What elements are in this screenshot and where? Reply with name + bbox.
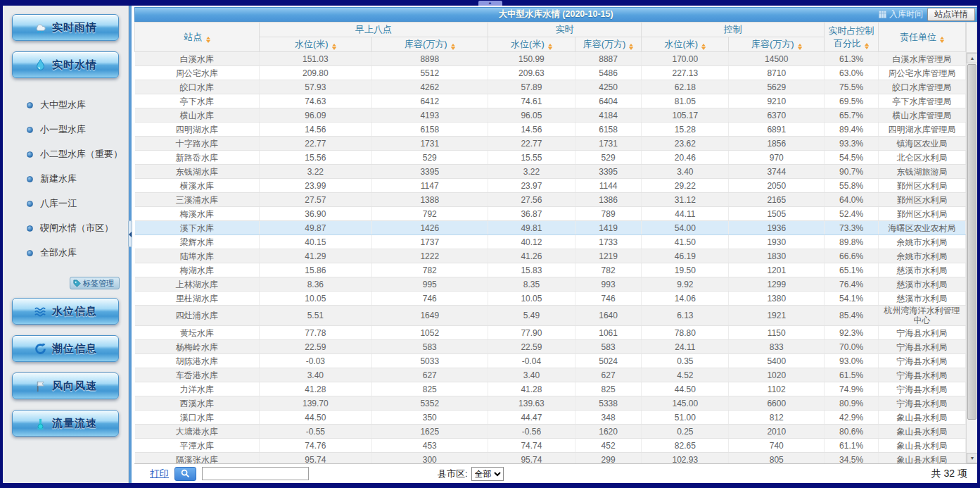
sub-header-label: 库容(万方) <box>583 39 626 49</box>
sidebar-item-八库一江[interactable]: 八库一江 <box>27 197 128 210</box>
sidebar-item-新建水库[interactable]: 新建水库 <box>27 173 128 185</box>
table-row[interactable]: 平潭水库74.7645374.7445282.6574061.1%象山县水利局 <box>135 439 966 453</box>
value-cell: 583 <box>371 340 488 354</box>
table-row[interactable]: 溪口水库44.5035044.4734851.0081242.9%象山县水利局 <box>135 411 966 425</box>
table-row[interactable]: 横溪水库23.99114723.97114429.22205055.8%鄞州区水… <box>135 179 966 193</box>
value-cell: 1201 <box>729 263 825 277</box>
table-row[interactable]: 溪下水库49.87142649.81141954.00193673.3%海曙区农… <box>135 221 966 235</box>
value-cell: 9.92 <box>642 277 729 292</box>
table-row[interactable]: 新路岙水库15.5652915.5552920.4697054.5%北仑区水利局 <box>135 151 966 165</box>
column-header-capacity[interactable]: 库容(万方) <box>729 37 825 52</box>
table-row[interactable]: 车岙港水库3.406273.406274.52102061.5%宁海县水利局 <box>135 368 966 382</box>
search-button[interactable] <box>174 467 196 481</box>
table-row[interactable]: 西溪水库139.705352139.635338145.00660080.9%宁… <box>135 396 966 411</box>
column-header-level[interactable]: 水位(米) <box>260 37 371 52</box>
table-row[interactable]: 白溪水库151.038898150.998887170.001450061.3%… <box>135 52 966 66</box>
panel-splitter[interactable] <box>129 6 132 483</box>
sidebar-button-潮位信息[interactable]: 潮位信息 <box>12 335 119 362</box>
unit-cell: 鄞州区水利局 <box>878 179 965 193</box>
unit-cell: 镇海区农业局 <box>878 137 965 151</box>
sidebar-item-小二型水库（重要）[interactable]: 小二型水库（重要） <box>27 148 128 161</box>
menu-item-label: 大中型水库 <box>40 99 86 111</box>
sidebar-item-全部水库[interactable]: 全部水库 <box>27 246 128 259</box>
table-row[interactable]: 四灶浦水库5.5116495.4916406.13192185.4%杭州湾海洋水… <box>135 306 966 326</box>
value-cell: 299 <box>575 453 641 464</box>
table-row[interactable]: 亭下水库74.63641274.61640481.05921069.5%亭下水库… <box>135 94 966 108</box>
table-row[interactable]: 胡陈港水库-0.035033-0.0450240.35540093.0%宁海县水… <box>135 354 966 368</box>
column-header-station[interactable]: 站点 <box>135 23 260 52</box>
value-cell: 49.81 <box>488 221 575 235</box>
value-cell: 805 <box>729 453 825 464</box>
table-row[interactable]: 皎口水库57.93426257.89425062.18562975.5%皎口水库… <box>135 80 966 94</box>
value-cell: 57.93 <box>260 80 371 94</box>
sidebar-item-小一型水库[interactable]: 小一型水库 <box>27 123 128 136</box>
splitter-collapse-handle[interactable] <box>128 220 132 247</box>
sidebar: 实时雨情实时水情 大中型水库小一型水库小二型水库（重要）新建水库八库一江碶闸水情… <box>3 6 129 483</box>
table-row[interactable]: 东钱湖水库3.2233953.2233953.40374490.7%东钱湖旅游局 <box>135 165 966 179</box>
region-filter: 县市区: 全部 <box>438 467 504 481</box>
percent-cell: 74.9% <box>825 382 879 396</box>
value-cell: 15.83 <box>488 263 575 277</box>
collapse-top-handle[interactable]: ▲ <box>478 1 502 6</box>
value-cell: 6412 <box>371 94 488 108</box>
vertical-scrollbar[interactable]: ▲ ▼ <box>966 53 977 463</box>
sidebar-button-水位信息[interactable]: 水位信息 <box>12 298 119 325</box>
percent-cell: 65.1% <box>825 263 879 277</box>
sidebar-item-碶闸水情（市区）[interactable]: 碶闸水情（市区） <box>27 222 128 234</box>
table-row[interactable]: 梅湖水库15.8678215.8378219.50120165.1%慈溪市水利局 <box>135 263 966 277</box>
column-header-unit[interactable]: 责任单位 <box>878 23 965 52</box>
sidebar-button-风向风速[interactable]: 风向风速 <box>12 373 119 399</box>
tide-icon <box>34 342 47 356</box>
column-header-percent[interactable]: 实时占控制百分比 <box>825 23 879 52</box>
table-row[interactable]: 大塘港水库-0.551625-0.5616200.25201080.6%象山县水… <box>135 425 966 439</box>
scroll-up-button[interactable]: ▲ <box>967 53 977 63</box>
unit-cell: 宁海县水利局 <box>878 354 965 368</box>
unit-cell: 余姚市水利局 <box>878 235 965 249</box>
station-detail-button[interactable]: 站点详情 <box>927 8 975 21</box>
scroll-down-button[interactable]: ▼ <box>967 453 977 463</box>
table-row[interactable]: 上林湖水库8.369958.359939.92129976.4%慈溪市水利局 <box>135 277 966 292</box>
search-input[interactable] <box>202 467 309 480</box>
value-cell: 782 <box>575 263 641 277</box>
print-link[interactable]: 打印 <box>150 468 169 480</box>
column-header-level[interactable]: 水位(米) <box>642 37 729 52</box>
station-name-cell: 平潭水库 <box>135 439 260 453</box>
value-cell: 9210 <box>729 94 825 108</box>
sidebar-button-实时雨情[interactable]: 实时雨情 <box>12 14 119 41</box>
value-cell: 1733 <box>575 235 641 249</box>
intime-toggle[interactable]: 入库时间 <box>879 8 923 20</box>
column-header-capacity[interactable]: 库容(万方) <box>575 37 641 52</box>
value-cell: 44.50 <box>260 411 371 425</box>
unit-cell: 宁海县水利局 <box>878 340 965 354</box>
table-row[interactable]: 梁辉水库40.15173740.12173341.50193089.8%余姚市水… <box>135 235 966 249</box>
column-header-level[interactable]: 水位(米) <box>488 37 575 52</box>
table-row[interactable]: 三溪浦水库27.57138827.56138631.12216564.0%鄞州区… <box>135 193 966 207</box>
value-cell: 3.40 <box>488 368 575 382</box>
value-cell: 151.03 <box>260 52 371 66</box>
percent-cell: 55.8% <box>825 179 879 193</box>
sidebar-button-实时水情[interactable]: 实时水情 <box>12 51 119 78</box>
sidebar-button-label: 流量流速 <box>52 417 97 430</box>
scrollbar-thumb[interactable] <box>967 64 976 420</box>
table-row[interactable]: 力洋水库41.2882541.2882544.50110274.9%宁海县水利局 <box>135 382 966 396</box>
unit-cell: 北仑区水利局 <box>878 151 965 165</box>
table-row[interactable]: 周公宅水库209.805512209.635486227.13871063.0%… <box>135 66 966 80</box>
unit-cell: 四明湖水库管理局 <box>878 123 965 137</box>
tag-manage-button[interactable]: 标签管理 <box>70 277 120 289</box>
table-row[interactable]: 杨梅岭水库22.5958322.5958324.1183370.0%宁海县水利局 <box>135 340 966 354</box>
table-row[interactable]: 里杜湖水库10.0574610.0574614.06138054.1%慈溪市水利… <box>135 292 966 306</box>
page-title: 大中型水库水情 (2020-10-15) <box>135 8 976 20</box>
sidebar-button-流量流速[interactable]: 流量流速 <box>12 410 119 437</box>
value-cell: -0.03 <box>260 354 371 368</box>
table-row[interactable]: 黄坛水库77.78105277.90106178.80115092.3%宁海县水… <box>135 326 966 340</box>
table-row[interactable]: 四明湖水库14.56615814.56615815.28689189.4%四明湖… <box>135 123 966 137</box>
column-header-capacity[interactable]: 库容(万方) <box>371 37 488 52</box>
table-row[interactable]: 隔溪张水库95.7430095.74299102.9380534.5%象山县水利… <box>135 453 966 464</box>
table-row[interactable]: 十字路水库22.77173122.77173123.62185693.3%镇海区… <box>135 137 966 151</box>
region-select[interactable]: 全部 <box>471 467 504 481</box>
table-row[interactable]: 陆埠水库41.29122241.26121946.19183066.6%余姚市水… <box>135 249 966 263</box>
table-row[interactable]: 横山水库96.09419396.054184105.17637065.7%横山水… <box>135 108 966 123</box>
table-row[interactable]: 梅溪水库36.9079236.8778944.11150552.4%鄞州区水利局 <box>135 207 966 221</box>
sidebar-item-大中型水库[interactable]: 大中型水库 <box>27 99 128 111</box>
value-cell: 23.99 <box>260 179 371 193</box>
